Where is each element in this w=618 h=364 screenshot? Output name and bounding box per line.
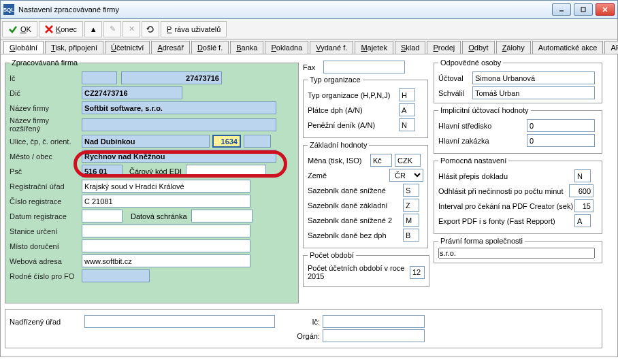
ssniz-label: Sazebník daně snížené	[308, 186, 403, 195]
mena1-input[interactable]	[370, 154, 392, 167]
pocetobdobi-label: Počet účetních období v roce 2015	[308, 264, 410, 280]
ssniz-input[interactable]	[403, 184, 419, 197]
interval-input[interactable]	[574, 199, 593, 212]
stredisko-label: Hlavní středisko	[438, 122, 527, 130]
tab-pokladna[interactable]: Pokladna	[265, 41, 308, 54]
tab-auto[interactable]: Automatické akce	[532, 41, 604, 54]
konec-label-rest: onec	[61, 25, 77, 33]
bottom-ic-label: Ič:	[293, 318, 320, 326]
odhlas-input[interactable]	[569, 184, 593, 197]
nadurad-input[interactable]	[84, 315, 275, 328]
tab-tisk[interactable]: Tisk, připojení	[45, 41, 103, 54]
ic-label: Ič	[10, 74, 82, 82]
edit-button[interactable]: ✎	[103, 21, 121, 37]
pravni-input[interactable]	[438, 248, 595, 259]
pomoc-fieldset: Pomocná nastavení Hlásit přepis dokladu …	[434, 156, 602, 234]
minimize-button[interactable]	[552, 3, 571, 16]
schvalil-input[interactable]	[472, 86, 595, 99]
typorg-fieldset: Typ organizace Typ organizace (H,P,N,J) …	[303, 76, 428, 138]
window-title: Nastavení zpracovávané firmy	[18, 5, 119, 14]
regc-input[interactable]	[82, 195, 250, 208]
impl-fieldset: Implicitní účtovací hodnoty Hlavní střed…	[434, 106, 602, 154]
tab-globalni[interactable]: Globální	[3, 41, 44, 54]
tab-sklad[interactable]: Sklad	[395, 41, 426, 54]
szakl-input[interactable]	[403, 199, 419, 212]
typorg-legend: Typ organizace	[308, 76, 363, 84]
close-button[interactable]	[596, 3, 615, 16]
pocetobdobi-input[interactable]	[410, 266, 425, 279]
tab-adresar[interactable]: Adresář	[151, 41, 190, 54]
ulice-input[interactable]	[82, 135, 210, 148]
stan-label: Stanice určení	[10, 227, 82, 235]
bottom-ic-input[interactable]	[323, 315, 425, 328]
platce-input[interactable]	[399, 103, 415, 116]
tab-odbyt[interactable]: Odbyt	[462, 41, 494, 54]
rc-input[interactable]	[82, 269, 150, 282]
hlasit-input[interactable]	[574, 169, 591, 182]
tab-aris[interactable]: ARIS+Intrastat	[604, 41, 618, 54]
nav-up-button[interactable]: ▲	[84, 21, 102, 37]
psc-input[interactable]	[82, 165, 123, 178]
refresh-button[interactable]	[142, 21, 159, 37]
tab-banka[interactable]: Banka	[230, 41, 263, 54]
cp-input[interactable]	[212, 135, 241, 148]
ic-input[interactable]	[121, 71, 222, 84]
cancel-edit-button[interactable]: ✕	[123, 21, 140, 37]
ic-prefix-input[interactable]	[82, 71, 117, 84]
sbez-input[interactable]	[403, 229, 419, 242]
tab-prodej[interactable]: Prodej	[427, 41, 461, 54]
pocetobdobi-fieldset: Počet období Počet účetních období v roc…	[303, 251, 429, 287]
typ-input[interactable]	[399, 88, 415, 101]
tab-zalohy[interactable]: Zálohy	[496, 41, 531, 54]
denik-input[interactable]	[399, 118, 415, 131]
maximize-button[interactable]	[574, 3, 593, 16]
firma-legend: Zpracovávaná firma	[10, 59, 80, 67]
stan-input[interactable]	[82, 225, 250, 237]
co-input[interactable]	[244, 135, 271, 148]
mena2-input[interactable]	[395, 154, 421, 167]
zeme-select[interactable]: ČR	[389, 169, 423, 182]
organ-input[interactable]	[323, 329, 425, 342]
bottom-section: Nadřízený úřad Ič: Orgán:	[5, 306, 613, 348]
edi-input[interactable]	[186, 165, 266, 178]
tab-dosle[interactable]: Došlé f.	[191, 41, 229, 54]
ulice-label: Ulice, čp, č. orient.	[10, 137, 82, 146]
svg-rect-1	[581, 7, 585, 12]
tab-vydane[interactable]: Vydané f.	[310, 41, 353, 54]
ok-button[interactable]: OK	[2, 21, 37, 37]
nazev-input[interactable]	[82, 101, 276, 114]
prava-button[interactable]: Práva uživatelů	[161, 21, 227, 37]
regurad-input[interactable]	[82, 180, 250, 193]
ds-label: Datová schránka	[131, 212, 187, 220]
tab-majetek[interactable]: Majetek	[355, 41, 393, 54]
ok-label-u: O	[20, 25, 27, 33]
regd-input[interactable]	[82, 210, 123, 222]
impl-legend: Implicitní účtovací hodnoty	[438, 106, 531, 114]
pomoc-legend: Pomocná nastavení	[438, 156, 508, 165]
x-icon	[45, 25, 53, 33]
hlasit-label: Hlásit přepis dokladu	[438, 172, 574, 180]
dic-input[interactable]	[82, 86, 182, 99]
stredisko-input[interactable]	[527, 119, 595, 132]
zakazka-input[interactable]	[527, 134, 595, 147]
nazev2-input[interactable]	[82, 118, 276, 131]
refresh-icon	[146, 25, 154, 33]
web-input[interactable]	[82, 254, 250, 267]
odpov-fieldset: Odpovědné osoby Účtoval Schválil	[434, 59, 602, 103]
uctoval-input[interactable]	[472, 71, 595, 84]
pravni-legend: Právní forma společnosti	[438, 237, 525, 245]
regc-label: Číslo registrace	[10, 197, 82, 205]
mesto-input[interactable]	[82, 150, 276, 163]
export-input[interactable]	[574, 214, 591, 227]
ds-input[interactable]	[191, 210, 253, 222]
app-icon: SQL	[3, 4, 14, 15]
konec-button[interactable]: Konec	[39, 21, 83, 37]
odhlas-label: Odhlásit při nečinnosti po počtu minut	[438, 187, 569, 195]
ssniz2-input[interactable]	[403, 214, 419, 227]
odpov-legend: Odpovědné osoby	[438, 59, 503, 67]
misto-input[interactable]	[82, 239, 250, 252]
nazev2-label: Název firmy rozšířený	[10, 116, 82, 133]
fax-input[interactable]	[323, 61, 405, 73]
tab-ucetnictvi[interactable]: Účetnictví	[105, 41, 150, 54]
schvalil-label: Schválil	[438, 89, 472, 97]
